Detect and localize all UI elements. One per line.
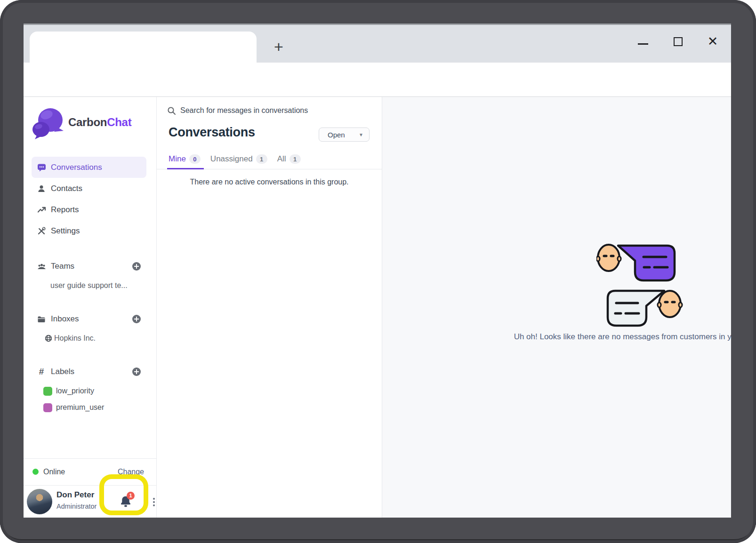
globe-icon [45, 335, 52, 342]
tab-label: Mine [169, 154, 186, 164]
sidebar-item-label: Conversations [51, 163, 102, 172]
section-inboxes: Inboxes [32, 309, 146, 329]
teams-icon [37, 263, 46, 270]
tab-count-badge: 0 [189, 154, 201, 164]
close-icon: ✕ [708, 36, 718, 47]
add-team-button[interactable] [132, 262, 141, 271]
tab-count-badge: 1 [290, 154, 301, 164]
trend-up-icon [37, 206, 46, 214]
conversation-filter-dropdown[interactable]: Open ▼ [319, 128, 370, 142]
maximize-button[interactable] [673, 36, 683, 47]
close-button[interactable]: ✕ [708, 36, 718, 47]
label-item[interactable]: low_priority [43, 383, 94, 399]
sidebar-item-reports[interactable]: Reports [32, 199, 146, 220]
tab-label: All [277, 154, 286, 164]
menu-dot [153, 504, 155, 506]
chat-bubble-icon [37, 163, 46, 172]
conversation-tabs: Mine 0 Unassigned 1 All 1 [157, 149, 382, 169]
label-color-swatch [43, 387, 52, 396]
inbox-item[interactable]: Hopkins Inc. [45, 330, 96, 347]
user-name: Don Peter [56, 490, 94, 500]
user-role: Administrator [56, 503, 97, 510]
tab-label: Unassigned [210, 154, 253, 164]
availability-row: Online Change [24, 458, 156, 485]
browser-tab-bar: + ✕ [24, 24, 731, 63]
section-label: Inboxes [51, 314, 132, 324]
app-root: CarbonChat Conversations Contacts Repor [24, 96, 731, 518]
tab-count-badge: 1 [256, 154, 267, 164]
label-item-label: premium_user [56, 403, 104, 412]
section-labels: # Labels [32, 361, 146, 382]
tab-mine[interactable]: Mine 0 [169, 149, 201, 169]
label-item[interactable]: premium_user [43, 399, 104, 416]
face-icon [658, 291, 682, 317]
maximize-icon [674, 37, 683, 46]
add-label-button[interactable] [132, 367, 141, 376]
browser-toolbar: ← → [24, 63, 731, 96]
logo-bubbles-icon [30, 104, 65, 140]
sidebar-item-label: Settings [51, 226, 80, 236]
new-tab-button[interactable]: + [270, 38, 288, 56]
app-logo: CarbonChat [30, 104, 131, 140]
sidebar-item-conversations[interactable]: Conversations [32, 157, 146, 178]
avatar[interactable] [27, 489, 52, 514]
label-item-label: low_priority [56, 387, 94, 395]
active-tab-underline [167, 168, 204, 169]
sidebar-item-settings[interactable]: Settings [32, 220, 146, 241]
empty-conversations-message: There are no active conversations in thi… [157, 178, 382, 186]
notification-bell-button[interactable]: 1 [117, 494, 134, 511]
chevron-down-icon: ▼ [359, 132, 363, 137]
online-status-dot [32, 469, 39, 475]
section-label: Teams [51, 262, 132, 271]
sidebar-item-contacts[interactable]: Contacts [32, 178, 146, 199]
conversations-panel: Search for messages in conversations Con… [157, 97, 382, 518]
brand-name: CarbonChat [68, 116, 131, 129]
sidebar-item-label: Contacts [51, 184, 82, 193]
section-teams: Teams [32, 256, 146, 277]
notification-count-badge: 1 [127, 492, 135, 500]
team-item[interactable]: user guide support te... [50, 277, 128, 294]
menu-dot [153, 498, 155, 500]
browser-window: + ✕ ← → [24, 24, 731, 518]
search-icon [167, 106, 176, 115]
search-bar[interactable]: Search for messages in conversations [157, 97, 382, 124]
minimize-icon [638, 43, 648, 45]
menu-dot [153, 501, 155, 503]
person-icon [37, 184, 46, 193]
filter-selected-value: Open [328, 131, 345, 139]
hash-icon: # [37, 367, 46, 377]
browser-tab[interactable] [30, 32, 257, 63]
folder-icon [37, 316, 46, 323]
tab-all[interactable]: All 1 [277, 149, 301, 169]
label-color-swatch [43, 403, 52, 412]
tab-unassigned[interactable]: Unassigned 1 [210, 149, 267, 169]
current-user-row: Don Peter Administrator 1 [24, 485, 156, 518]
minimize-button[interactable] [638, 36, 648, 47]
section-label: Labels [51, 367, 132, 376]
no-messages-illustration [596, 243, 686, 332]
search-placeholder: Search for messages in conversations [180, 106, 308, 115]
inbox-item-label: Hopkins Inc. [54, 334, 96, 343]
availability-label: Online [43, 468, 65, 476]
sidebar-item-label: Reports [51, 205, 79, 215]
window-controls: ✕ [638, 32, 718, 51]
page-title: Conversations [169, 125, 255, 140]
face-icon [596, 245, 621, 271]
main-panel: Uh oh! Looks like there are no messages … [382, 97, 731, 518]
add-inbox-button[interactable] [132, 315, 141, 323]
tools-icon [37, 227, 46, 235]
sidebar: CarbonChat Conversations Contacts Repor [24, 97, 157, 518]
team-item-label: user guide support te... [50, 281, 128, 290]
no-messages-text: Uh oh! Looks like there are no messages … [405, 332, 731, 342]
change-availability-link[interactable]: Change [118, 468, 144, 476]
